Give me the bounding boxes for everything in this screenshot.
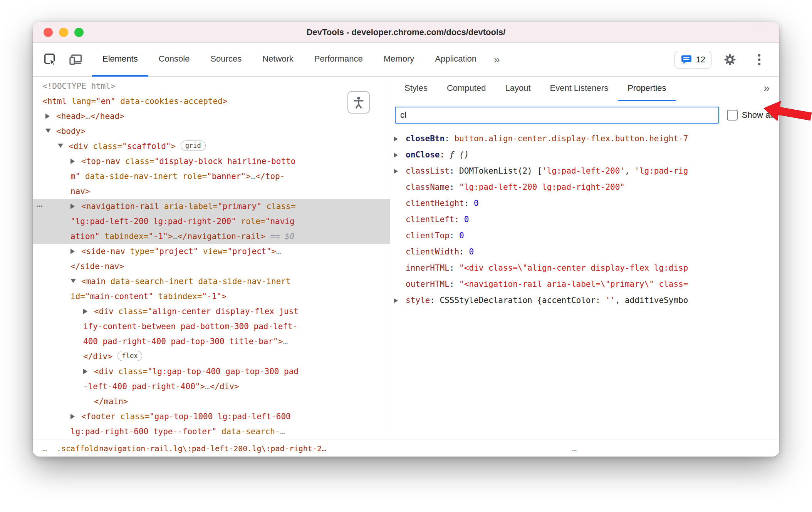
dom-tree-node[interactable]: <div class="align-center display-flex ju… — [33, 304, 390, 364]
tab-memory[interactable]: Memory — [373, 43, 424, 77]
property-value: '' — [605, 296, 615, 305]
toolbar-icons — [40, 43, 87, 76]
dom-tree-node[interactable]: <!DOCTYPE html> — [33, 79, 390, 94]
tab-event-listeners[interactable]: Event Listeners — [540, 77, 618, 101]
property-row-innerhtml[interactable]: innerHTML: "<div class=\"align-center di… — [390, 260, 779, 276]
tab-application[interactable]: Application — [424, 43, 487, 77]
code-segment: class= — [120, 412, 149, 421]
code-segment: </div> — [210, 382, 239, 391]
property-row-onclose[interactable]: onClose: ƒ () — [390, 147, 779, 163]
breadcrumb-item[interactable]: … — [572, 444, 577, 453]
dom-tree-node[interactable]: </main> — [33, 394, 390, 409]
code-segment: aria-label= — [164, 202, 218, 211]
twisty-right-icon[interactable] — [394, 292, 406, 308]
tab-sources[interactable]: Sources — [200, 43, 252, 77]
dom-tree-node-selected[interactable]: …<navigation-rail aria-label="primary" c… — [33, 199, 390, 244]
twisty-right-icon[interactable] — [70, 244, 81, 259]
inspect-element-icon[interactable] — [40, 49, 61, 70]
twisty-right-icon[interactable] — [394, 163, 406, 179]
breadcrumb-item[interactable]: navigation-rail.lg\:pad-left-200.lg\:pad… — [99, 444, 326, 453]
more-tabs-chevron-icon[interactable]: » — [487, 43, 507, 76]
tab-console[interactable]: Console — [148, 43, 200, 77]
dom-tree-node[interactable]: <head>…</head> — [33, 109, 390, 124]
property-row-clienttop[interactable]: clientTop: 0 — [390, 228, 779, 244]
more-options-kebab-icon[interactable] — [748, 49, 770, 70]
properties-list: closeBtn: button.align-center.display-fl… — [390, 127, 779, 308]
dom-tree-node[interactable]: <div class="scaffold"> grid — [33, 139, 390, 154]
more-actions-icon[interactable]: … — [37, 196, 43, 211]
code-segment: > — [168, 232, 173, 241]
property-colon: : — [459, 247, 469, 256]
code-segment: "project" — [154, 247, 203, 256]
property-row-clientheight[interactable]: clientHeight: 0 — [390, 195, 779, 211]
grid-badge[interactable]: grid — [181, 141, 206, 151]
properties-filter-input[interactable] — [395, 107, 719, 124]
code-segment: … — [280, 427, 285, 436]
twisty-right-icon[interactable] — [70, 409, 81, 424]
property-row-outerhtml[interactable]: outerHTML: "<navigation-rail aria-label=… — [390, 276, 779, 292]
twisty-right-icon[interactable] — [394, 147, 406, 163]
code-segment: <top-nav — [81, 157, 125, 166]
twisty-right-icon[interactable] — [83, 304, 94, 319]
dom-tree-node[interactable]: <div class="lg:gap-top-400 gap-top-300 p… — [33, 364, 390, 394]
dom-tree: <!DOCTYPE html><html lang="en" data-cook… — [33, 79, 390, 439]
tab-styles[interactable]: Styles — [395, 77, 437, 101]
code-segment: data-cookies-accepted — [120, 97, 223, 106]
flex-badge[interactable]: flex — [117, 351, 143, 361]
toolbar-right: 12 — [674, 43, 779, 76]
property-row-classname[interactable]: className: "lg:pad-left-200 lg:pad-right… — [390, 179, 779, 195]
settings-gear-icon[interactable] — [719, 49, 741, 70]
dom-tree-node[interactable]: <main data-search-inert data-side-nav-in… — [33, 274, 390, 304]
twisty-down-icon[interactable] — [58, 139, 69, 154]
property-row-clientleft[interactable]: clientLeft: 0 — [390, 211, 779, 228]
dom-tree-node[interactable]: <footer class="gap-top-1000 lg:pad-left-… — [33, 409, 390, 439]
tab-performance[interactable]: Performance — [304, 43, 373, 77]
issues-badge[interactable]: 12 — [674, 51, 711, 69]
traffic-lights — [44, 28, 84, 37]
property-row-classlist[interactable]: classList: DOMTokenList(2) ['lg:pad-left… — [390, 163, 779, 179]
property-value: 'lg:pad-rig — [634, 166, 688, 176]
twisty-right-icon[interactable] — [70, 154, 81, 169]
tab-layout[interactable]: Layout — [495, 77, 540, 101]
breadcrumb-item[interactable]: … — [42, 444, 47, 453]
breadcrumb-item[interactable]: .scaffold — [57, 444, 98, 453]
property-value: "<div class=\"align-center display-flex … — [459, 263, 688, 273]
code-segment: == $0 — [265, 232, 295, 241]
twisty-right-icon[interactable] — [394, 131, 406, 147]
code-segment: class= — [93, 142, 122, 151]
code-segment: "project" — [227, 247, 271, 256]
twisty-down-icon[interactable] — [45, 124, 56, 139]
property-value: ƒ () — [450, 150, 469, 159]
twisty-right-icon[interactable] — [83, 364, 94, 379]
tab-elements[interactable]: Elements — [92, 43, 148, 77]
twisty-right-icon[interactable] — [45, 109, 56, 124]
close-window-button[interactable] — [44, 28, 53, 37]
minimize-window-button[interactable] — [59, 28, 68, 37]
dom-tree-node[interactable]: <top-nav class="display-block hairline-b… — [33, 154, 390, 199]
code-segment: … — [283, 337, 288, 346]
property-colon: : — [450, 279, 459, 289]
code-segment: <footer — [81, 412, 120, 421]
code-segment: "main-content" — [85, 292, 158, 301]
property-colon: : — [450, 231, 459, 240]
tab-properties[interactable]: Properties — [618, 77, 676, 101]
device-toolbar-icon[interactable] — [65, 49, 87, 70]
property-row-style[interactable]: style: CSSStyleDeclaration {accentColor:… — [390, 292, 779, 308]
accessibility-icon[interactable] — [347, 91, 370, 114]
twisty-right-icon[interactable] — [70, 199, 81, 214]
property-row-clientwidth[interactable]: clientWidth: 0 — [390, 244, 779, 260]
property-name: className — [406, 182, 450, 192]
property-value: 0 — [469, 247, 474, 256]
code-segment: … — [173, 232, 178, 241]
zoom-window-button[interactable] — [74, 28, 84, 37]
tab-network[interactable]: Network — [252, 43, 304, 77]
dom-tree-node[interactable]: <html lang="en" data-cookies-accepted> — [33, 94, 390, 109]
tab-computed[interactable]: Computed — [437, 77, 496, 101]
twisty-down-icon[interactable] — [70, 274, 81, 289]
show-all-checkbox[interactable] — [727, 110, 738, 120]
issues-bubble-icon — [681, 54, 692, 65]
property-row-closebtn[interactable]: closeBtn: button.align-center.display-fl… — [390, 131, 779, 147]
dom-tree-node[interactable]: <body> — [33, 124, 390, 139]
main-toolbar: ElementsConsoleSourcesNetworkPerformance… — [33, 43, 779, 77]
dom-tree-node[interactable]: <side-nav type="project" view="project">… — [33, 244, 390, 274]
